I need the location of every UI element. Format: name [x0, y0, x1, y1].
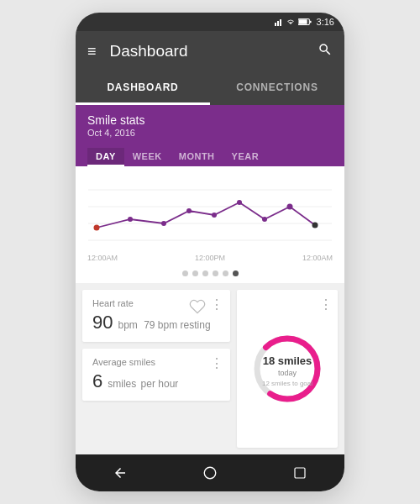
left-cards: Heart rate 90 bpm 79 bpm resting ⋮ [82, 290, 230, 448]
dot-3[interactable] [202, 270, 208, 276]
bottom-cards: Heart rate 90 bpm 79 bpm resting ⋮ [76, 283, 344, 454]
time-tab-day[interactable]: DAY [87, 148, 124, 166]
svg-point-14 [161, 221, 166, 226]
dot-5[interactable] [223, 270, 228, 276]
heart-icon [188, 298, 207, 315]
tab-connections[interactable]: CONNECTIONS [210, 71, 344, 105]
avg-smiles-unit-wrap: smiles per hour [108, 378, 178, 390]
avg-smiles-more[interactable]: ⋮ [210, 355, 223, 371]
smiles-circle-chart: 18 smiles today 12 smiles to goal [249, 331, 325, 407]
nav-bar [76, 454, 344, 491]
dot-4[interactable] [213, 270, 218, 276]
main-content: Smile stats Oct 4, 2016 DAY WEEK MONTH Y… [76, 105, 344, 454]
app-bar: ≡ Dashboard [76, 31, 344, 71]
svg-rect-2 [275, 23, 276, 26]
menu-icon[interactable]: ≡ [87, 43, 97, 60]
circle-card-more[interactable]: ⋮ [319, 297, 333, 312]
tab-bar: DASHBOARD CONNECTIONS [76, 71, 344, 105]
svg-point-26 [204, 467, 216, 479]
svg-point-18 [262, 217, 267, 222]
svg-text:12 smiles to goal: 12 smiles to goal [262, 380, 312, 387]
svg-text:today: today [278, 369, 297, 377]
svg-rect-3 [277, 21, 279, 26]
chart-labels: 12:00AM 12:00PM 12:00AM [76, 254, 344, 262]
smile-stats-card: Smile stats Oct 4, 2016 DAY WEEK MONTH Y… [76, 105, 344, 283]
app-title: Dashboard [110, 42, 318, 60]
tab-dashboard[interactable]: DASHBOARD [76, 71, 210, 105]
home-button[interactable] [195, 458, 225, 488]
svg-point-12 [94, 225, 100, 231]
battery-icon [298, 18, 312, 26]
time-tab-month[interactable]: MONTH [171, 148, 223, 166]
back-button[interactable] [105, 458, 135, 488]
circle-card: ⋮ 18 smiles today 12 smiles to goal [237, 290, 338, 448]
heart-icon-wrap [188, 298, 207, 318]
time-tab-year[interactable]: YEAR [223, 148, 268, 166]
svg-rect-27 [295, 468, 305, 478]
svg-point-15 [186, 208, 192, 213]
svg-point-13 [128, 217, 133, 222]
svg-rect-7 [298, 19, 307, 24]
heart-rate-card: Heart rate 90 bpm 79 bpm resting ⋮ [82, 290, 230, 342]
chart-label-start: 12:00AM [87, 254, 118, 262]
dot-6[interactable] [233, 270, 239, 276]
phone-frame: 3:16 ≡ Dashboard DASHBOARD CONNECTIONS S… [76, 13, 344, 491]
smile-stats-header: Smile stats Oct 4, 2016 [76, 105, 344, 143]
svg-rect-4 [280, 19, 281, 26]
wifi-icon [286, 18, 295, 26]
recent-button[interactable] [285, 458, 315, 488]
search-icon[interactable] [318, 42, 333, 61]
status-icons [275, 18, 312, 26]
chart-label-mid: 12:00PM [195, 254, 225, 262]
dot-2[interactable] [192, 270, 198, 276]
avg-smiles-value: 6 [92, 370, 102, 392]
heart-rate-unit: bpm 79 bpm resting [118, 319, 210, 331]
smile-chart [76, 173, 344, 249]
svg-text:18 smiles: 18 smiles [263, 354, 312, 367]
svg-point-19 [287, 204, 293, 210]
heart-rate-value: 90 [92, 312, 113, 333]
avg-smiles-card: Average smiles 6 smiles per hour ⋮ [82, 349, 230, 401]
svg-point-16 [212, 213, 217, 218]
time-tabs: DAY WEEK MONTH YEAR [76, 143, 344, 166]
status-bar: 3:16 [76, 13, 344, 31]
smile-stats-title: Smile stats [87, 113, 333, 127]
smile-stats-date: Oct 4, 2016 [87, 128, 333, 138]
dot-1[interactable] [182, 270, 188, 276]
time-tab-week[interactable]: WEEK [124, 148, 171, 166]
svg-point-20 [312, 223, 318, 228]
svg-rect-6 [309, 21, 311, 24]
dots-indicator [76, 265, 344, 283]
signal-icon [275, 18, 283, 26]
svg-point-17 [237, 200, 242, 205]
time-display: 3:16 [317, 17, 334, 27]
chart-label-end: 12:00AM [302, 254, 333, 262]
heart-rate-more[interactable]: ⋮ [210, 297, 223, 312]
avg-smiles-label: Average smiles [92, 357, 220, 367]
chart-area: 12:00AM 12:00PM 12:00AM [76, 166, 344, 265]
